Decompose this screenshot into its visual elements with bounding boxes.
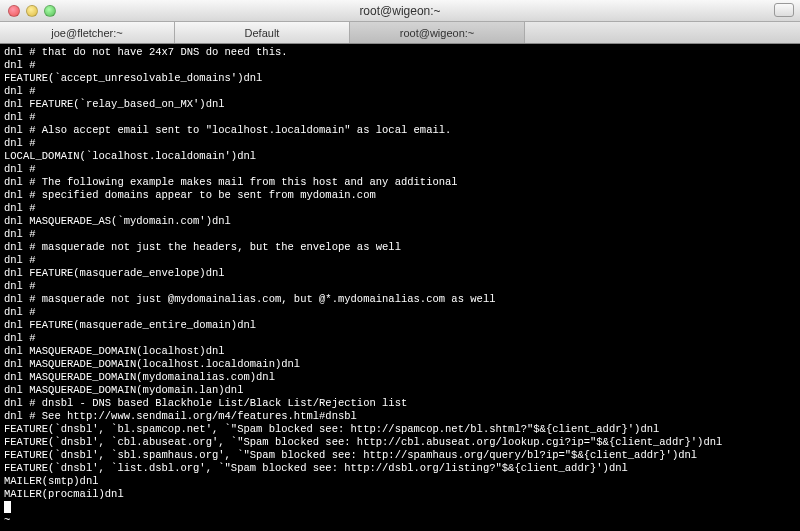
terminal-text: dnl # that do not have 24x7 DNS do need … [4, 46, 722, 500]
tab-label: Default [245, 27, 280, 39]
tabbar: joe@fletcher:~ Default root@wigeon:~ [0, 22, 800, 44]
toolbar-toggle-button[interactable] [774, 3, 794, 17]
vim-tilde: ~ [4, 514, 10, 526]
window-title: root@wigeon:~ [0, 4, 800, 18]
terminal-cursor [4, 501, 11, 513]
terminal-output[interactable]: dnl # that do not have 24x7 DNS do need … [0, 44, 800, 531]
tab-label: joe@fletcher:~ [51, 27, 122, 39]
tab-root-wigeon[interactable]: root@wigeon:~ [350, 22, 525, 43]
minimize-button[interactable] [26, 5, 38, 17]
tab-label: root@wigeon:~ [400, 27, 474, 39]
tab-default[interactable]: Default [175, 22, 350, 43]
close-button[interactable] [8, 5, 20, 17]
titlebar: root@wigeon:~ [0, 0, 800, 22]
zoom-button[interactable] [44, 5, 56, 17]
tab-joe-fletcher[interactable]: joe@fletcher:~ [0, 22, 175, 43]
traffic-lights [0, 5, 56, 17]
